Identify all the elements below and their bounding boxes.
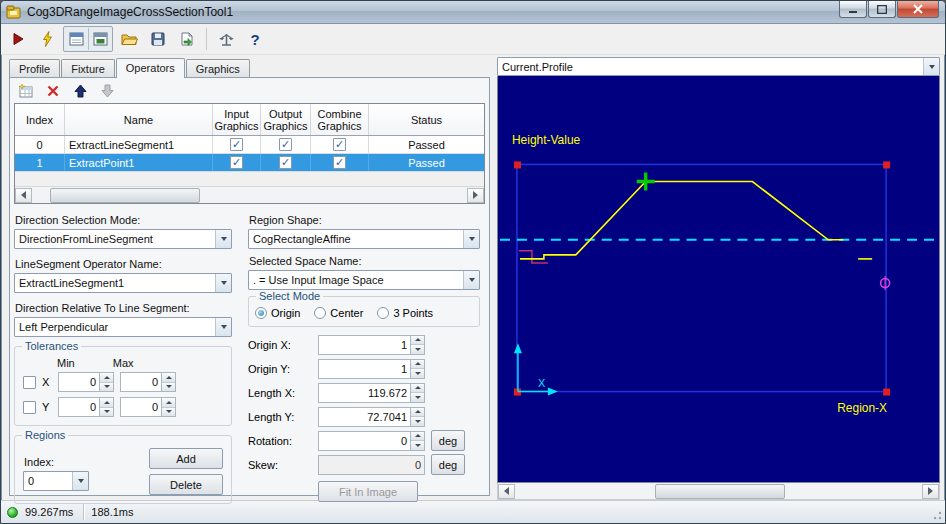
- col-index[interactable]: Index: [15, 104, 65, 135]
- space-name-combo[interactable]: . = Use Input Image Space: [248, 270, 480, 290]
- record-selector-combo[interactable]: Current.Profile: [497, 57, 940, 76]
- open-file-button[interactable]: [116, 26, 142, 52]
- col-output-graphics[interactable]: Output Graphics: [261, 104, 311, 135]
- region-handle-bottomright[interactable]: [883, 389, 890, 396]
- origin-x-spinner[interactable]: 1: [318, 335, 425, 355]
- radio-3points[interactable]: 3 Points: [377, 307, 433, 319]
- electric-run-button[interactable]: [34, 26, 60, 52]
- table-row-selected[interactable]: 1 ExtractPoint1 Passed: [15, 154, 484, 172]
- scroll-thumb[interactable]: [655, 484, 785, 499]
- scroll-track[interactable]: [32, 188, 467, 203]
- move-down-button[interactable]: [97, 81, 117, 101]
- display-hscrollbar[interactable]: [497, 483, 940, 500]
- delete-region-button[interactable]: Delete: [149, 474, 223, 495]
- resize-grip[interactable]: [930, 508, 942, 520]
- spin-down-icon[interactable]: [100, 407, 113, 417]
- col-name[interactable]: Name: [65, 104, 213, 135]
- title-bar[interactable]: Cog3DRangeImageCrossSectionTool1: [1, 1, 945, 24]
- chevron-down-icon[interactable]: [72, 472, 88, 490]
- scroll-track[interactable]: [515, 484, 922, 499]
- fit-in-image-button[interactable]: Fit In Image: [318, 481, 418, 502]
- chevron-down-icon[interactable]: [215, 274, 231, 292]
- close-button[interactable]: [897, 1, 939, 18]
- tolerance-y-min-spinner[interactable]: 0: [58, 397, 114, 417]
- benchmark-button[interactable]: [213, 26, 239, 52]
- combine-graphics-checkbox[interactable]: [333, 156, 346, 169]
- add-region-button[interactable]: Add: [149, 448, 223, 469]
- import-button[interactable]: [174, 26, 200, 52]
- output-graphics-checkbox[interactable]: [279, 138, 292, 151]
- scroll-left-button[interactable]: [15, 188, 32, 203]
- spin-up-icon[interactable]: [411, 336, 424, 345]
- tool-display-button[interactable]: [64, 27, 88, 51]
- spin-up-icon[interactable]: [162, 373, 175, 382]
- chevron-down-icon[interactable]: [463, 230, 479, 248]
- tolerance-x-checkbox[interactable]: [23, 376, 36, 389]
- scroll-left-button[interactable]: [498, 484, 515, 499]
- region-rectangle[interactable]: [517, 164, 886, 391]
- image-display-button[interactable]: [88, 27, 112, 51]
- tolerance-y-max-spinner[interactable]: 0: [120, 397, 176, 417]
- tab-fixture[interactable]: Fixture: [61, 59, 115, 77]
- spin-down-icon[interactable]: [411, 344, 424, 354]
- save-button[interactable]: [145, 26, 171, 52]
- tolerance-y-checkbox[interactable]: [23, 401, 36, 414]
- spin-down-icon[interactable]: [100, 382, 113, 392]
- move-up-button[interactable]: [70, 81, 90, 101]
- add-operator-button[interactable]: [16, 81, 36, 101]
- spin-up-icon[interactable]: [411, 360, 424, 369]
- spin-down-icon[interactable]: [162, 407, 175, 417]
- linesegment-operator-combo[interactable]: ExtractLineSegment1: [14, 273, 232, 293]
- spin-down-icon[interactable]: [411, 368, 424, 378]
- spin-up-icon[interactable]: [411, 432, 424, 441]
- run-button[interactable]: [5, 26, 31, 52]
- chevron-down-icon[interactable]: [215, 318, 231, 336]
- scroll-thumb[interactable]: [50, 188, 200, 203]
- combine-graphics-checkbox[interactable]: [333, 138, 346, 151]
- input-graphics-checkbox[interactable]: [230, 156, 243, 169]
- direction-mode-combo[interactable]: DirectionFromLineSegment: [14, 229, 232, 249]
- rotation-deg-button[interactable]: deg: [431, 430, 465, 451]
- table-row[interactable]: 0 ExtractLineSegment1 Passed: [15, 136, 484, 154]
- spin-up-icon[interactable]: [100, 398, 113, 407]
- tab-profile[interactable]: Profile: [9, 59, 60, 77]
- region-handle-topright[interactable]: [883, 161, 890, 168]
- skew-deg-button[interactable]: deg: [431, 454, 465, 475]
- tolerance-x-min-spinner[interactable]: 0: [58, 372, 114, 392]
- spin-up-icon[interactable]: [411, 408, 424, 417]
- radio-origin[interactable]: Origin: [255, 307, 300, 319]
- spin-up-icon[interactable]: [100, 373, 113, 382]
- length-x-spinner[interactable]: 119.672: [318, 383, 425, 403]
- tab-operators[interactable]: Operators: [116, 58, 185, 78]
- region-index-combo[interactable]: 0: [23, 471, 89, 491]
- region-shape-combo[interactable]: CogRectangleAffine: [248, 229, 480, 249]
- maximize-button[interactable]: [868, 1, 896, 18]
- spin-down-icon[interactable]: [411, 440, 424, 450]
- spin-down-icon[interactable]: [411, 416, 424, 426]
- radio-center[interactable]: Center: [314, 307, 363, 319]
- minimize-button[interactable]: [839, 1, 867, 18]
- chevron-down-icon[interactable]: [463, 271, 479, 289]
- region-handle-topleft[interactable]: [514, 161, 521, 168]
- skew-field[interactable]: 0: [318, 455, 425, 475]
- col-status[interactable]: Status: [369, 104, 484, 135]
- direction-relative-combo[interactable]: Left Perpendicular: [14, 317, 232, 337]
- profile-display[interactable]: X Height-Value Region-X: [497, 76, 940, 483]
- scroll-right-button[interactable]: [467, 188, 484, 203]
- spin-down-icon[interactable]: [411, 392, 424, 402]
- rotation-spinner[interactable]: 0: [318, 431, 425, 451]
- spin-down-icon[interactable]: [162, 382, 175, 392]
- origin-y-spinner[interactable]: 1: [318, 359, 425, 379]
- output-graphics-checkbox[interactable]: [279, 156, 292, 169]
- col-combine-graphics[interactable]: Combine Graphics: [311, 104, 369, 135]
- help-button[interactable]: ?: [242, 26, 268, 52]
- scroll-right-button[interactable]: [922, 484, 939, 499]
- spin-up-icon[interactable]: [162, 398, 175, 407]
- tab-graphics[interactable]: Graphics: [186, 59, 250, 77]
- chevron-down-icon[interactable]: [923, 58, 939, 75]
- delete-operator-button[interactable]: [43, 81, 63, 101]
- tolerance-x-max-spinner[interactable]: 0: [120, 372, 176, 392]
- length-y-spinner[interactable]: 72.7041: [318, 407, 425, 427]
- spin-up-icon[interactable]: [411, 384, 424, 393]
- chevron-down-icon[interactable]: [215, 230, 231, 248]
